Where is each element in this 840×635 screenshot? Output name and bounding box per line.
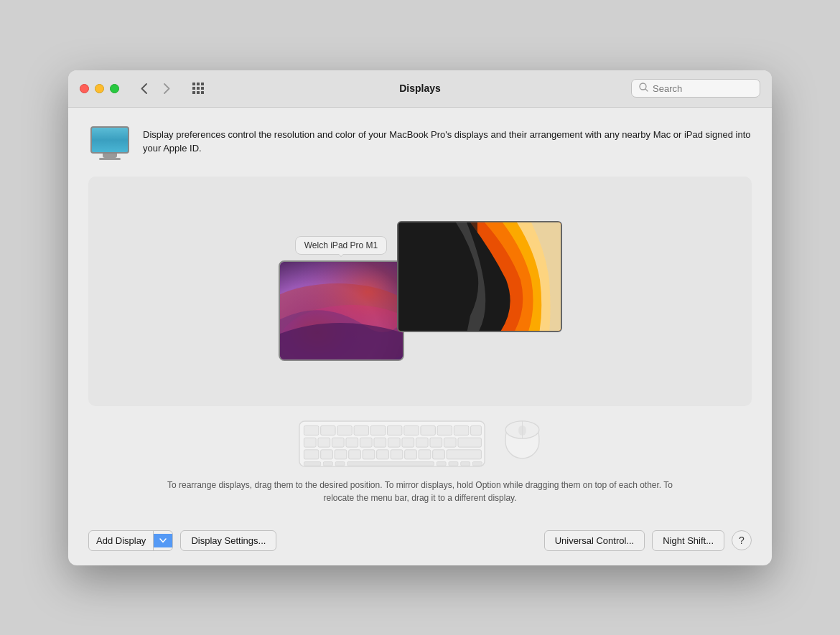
ipad-tooltip: Welch iPad Pro M1 bbox=[295, 236, 388, 255]
close-button[interactable] bbox=[80, 84, 89, 93]
svg-rect-10 bbox=[320, 425, 335, 435]
ipad-display-thumbnail[interactable] bbox=[279, 260, 404, 361]
apps-grid-button[interactable] bbox=[188, 78, 208, 98]
svg-rect-25 bbox=[373, 438, 386, 447]
mouse-icon bbox=[503, 420, 542, 470]
svg-rect-47 bbox=[437, 461, 446, 466]
svg-rect-36 bbox=[363, 449, 375, 458]
display-settings-button[interactable]: Display Settings... bbox=[180, 530, 276, 551]
ipad-wallpaper bbox=[280, 262, 403, 359]
svg-rect-46 bbox=[347, 461, 434, 466]
svg-rect-50 bbox=[472, 461, 482, 466]
macbook-display-wrapper bbox=[397, 221, 562, 332]
svg-rect-16 bbox=[420, 425, 434, 435]
drag-hint: To rearrange displays, drag them to the … bbox=[154, 479, 686, 504]
svg-rect-11 bbox=[337, 425, 351, 435]
svg-rect-31 bbox=[457, 438, 481, 447]
minimize-button[interactable] bbox=[95, 84, 104, 93]
svg-rect-12 bbox=[354, 425, 368, 435]
search-icon bbox=[639, 83, 648, 94]
add-display-button[interactable]: Add Display bbox=[88, 530, 173, 551]
svg-rect-18 bbox=[454, 425, 468, 435]
svg-rect-44 bbox=[323, 461, 332, 466]
svg-rect-45 bbox=[335, 461, 345, 466]
ipad-label: Welch iPad Pro M1 bbox=[304, 240, 378, 250]
back-button[interactable] bbox=[134, 78, 154, 98]
svg-rect-34 bbox=[335, 449, 347, 458]
display-icon bbox=[90, 126, 129, 160]
svg-rect-13 bbox=[370, 425, 385, 435]
svg-rect-48 bbox=[448, 461, 457, 466]
svg-rect-35 bbox=[348, 449, 360, 458]
svg-line-1 bbox=[645, 89, 648, 91]
svg-rect-28 bbox=[416, 438, 428, 447]
add-display-label: Add Display bbox=[89, 531, 154, 550]
svg-rect-17 bbox=[437, 425, 452, 435]
help-button[interactable]: ? bbox=[732, 530, 752, 550]
svg-rect-38 bbox=[391, 449, 403, 458]
svg-rect-49 bbox=[460, 461, 470, 466]
titlebar: Displays bbox=[68, 70, 772, 108]
svg-rect-15 bbox=[403, 425, 418, 435]
traffic-lights bbox=[80, 84, 119, 93]
forward-button[interactable] bbox=[157, 78, 177, 98]
svg-rect-14 bbox=[387, 425, 401, 435]
arrangement-area: Welch iPad Pro M1 bbox=[88, 177, 752, 406]
ipad-display-wrapper: Welch iPad Pro M1 bbox=[279, 236, 404, 361]
displays-container: Welch iPad Pro M1 bbox=[279, 221, 562, 361]
svg-rect-39 bbox=[404, 449, 416, 458]
svg-rect-20 bbox=[304, 438, 316, 447]
search-bar[interactable] bbox=[631, 79, 760, 98]
svg-rect-33 bbox=[320, 449, 332, 458]
keyboard-icon bbox=[299, 420, 485, 470]
svg-rect-22 bbox=[332, 438, 344, 447]
keyboard-mouse-row bbox=[299, 420, 542, 470]
bottom-bar: Add Display Display Settings... Universa… bbox=[68, 519, 772, 565]
svg-rect-37 bbox=[376, 449, 388, 458]
display-icon-wrapper bbox=[88, 125, 131, 162]
universal-control-button[interactable]: Universal Control... bbox=[544, 530, 645, 551]
search-input[interactable] bbox=[653, 83, 752, 94]
main-window: Displays Display preferences control bbox=[68, 70, 772, 565]
svg-rect-9 bbox=[304, 425, 318, 435]
svg-rect-27 bbox=[401, 438, 414, 447]
svg-rect-40 bbox=[419, 449, 431, 458]
maximize-button[interactable] bbox=[110, 84, 119, 93]
svg-rect-19 bbox=[470, 425, 481, 435]
night-shift-button[interactable]: Night Shift... bbox=[652, 530, 724, 551]
add-display-dropdown-arrow[interactable] bbox=[154, 534, 172, 547]
svg-rect-29 bbox=[429, 438, 442, 447]
svg-rect-42 bbox=[447, 449, 481, 458]
display-base bbox=[99, 158, 121, 160]
svg-rect-23 bbox=[345, 438, 358, 447]
nav-buttons bbox=[134, 78, 177, 98]
svg-rect-54 bbox=[518, 425, 526, 435]
window-title: Displays bbox=[399, 83, 441, 94]
macbook-wallpaper bbox=[398, 222, 561, 331]
keyboard-section: To rearrange displays, drag them to the … bbox=[68, 406, 772, 519]
svg-rect-41 bbox=[432, 449, 444, 458]
svg-rect-43 bbox=[304, 461, 320, 466]
svg-rect-21 bbox=[317, 438, 330, 447]
svg-rect-32 bbox=[304, 449, 318, 458]
svg-rect-30 bbox=[444, 438, 456, 447]
macbook-display-thumbnail[interactable] bbox=[397, 221, 562, 332]
svg-rect-24 bbox=[360, 438, 372, 447]
content-area: Display preferences control the resoluti… bbox=[68, 108, 772, 406]
svg-rect-26 bbox=[388, 438, 400, 447]
apps-grid-icon bbox=[192, 83, 204, 94]
display-screen bbox=[90, 126, 129, 154]
info-banner: Display preferences control the resoluti… bbox=[88, 125, 752, 162]
info-text: Display preferences control the resoluti… bbox=[143, 125, 752, 156]
